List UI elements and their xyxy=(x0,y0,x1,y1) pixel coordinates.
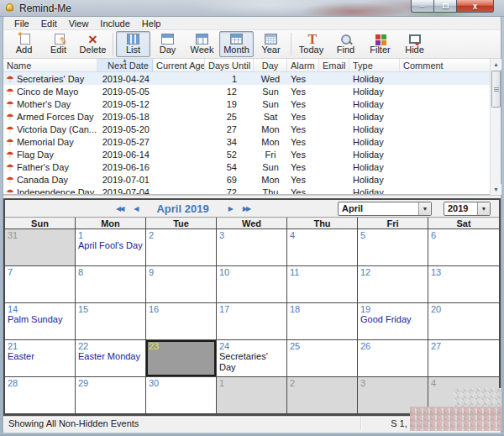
column-header-next-date[interactable]: ▲ Next Date xyxy=(97,59,153,71)
type-cell: Holiday xyxy=(349,74,400,84)
day-cell: Wed xyxy=(254,74,287,84)
calendar-day-cell[interactable]: 17 xyxy=(217,303,287,340)
calendar-day-cell[interactable]: 16 xyxy=(146,303,217,340)
calendar-day-cell[interactable]: 22Easter Monday xyxy=(76,340,146,377)
minimize-button[interactable]: – xyxy=(411,0,434,13)
today-button[interactable]: Today xyxy=(294,31,328,57)
year-button[interactable]: Year xyxy=(254,31,288,57)
scroll-up-icon[interactable]: ▲ xyxy=(491,59,501,70)
calendar-day-cell[interactable]: 18 xyxy=(287,303,358,340)
month-button[interactable]: Month xyxy=(219,31,254,57)
calendar-day-cell[interactable]: 12 xyxy=(358,266,428,303)
calendar-day-cell[interactable]: 20 xyxy=(428,303,499,340)
maximize-button[interactable] xyxy=(434,0,457,13)
list-button[interactable]: List xyxy=(116,31,150,57)
calendar-day-cell[interactable]: 7 xyxy=(5,266,76,303)
column-header-type[interactable]: Type xyxy=(349,59,400,71)
delete-icon xyxy=(87,34,100,45)
calendar-day-cell[interactable]: 25 xyxy=(287,340,358,377)
find-button[interactable]: Find xyxy=(328,31,363,57)
calendar-day-cell[interactable]: 31 xyxy=(5,229,76,266)
hide-button[interactable]: Hide xyxy=(397,31,432,57)
column-header-comment[interactable]: Comment xyxy=(400,59,501,71)
table-row[interactable]: ☂Memorial Day2019-05-2734MonYesHoliday xyxy=(3,135,501,148)
list-scrollbar[interactable]: ▲ ▼ xyxy=(490,59,501,195)
month-select[interactable]: April ▼ xyxy=(338,202,432,216)
table-row[interactable]: ☂Cinco de Mayo2019-05-0512SunYesHoliday xyxy=(3,85,501,97)
menu-edit[interactable]: Edit xyxy=(35,18,63,29)
calendar-day-cell[interactable]: 21Easter xyxy=(5,340,76,377)
next-month-icon[interactable]: ▶ xyxy=(228,205,232,213)
calendar-day-cell[interactable]: 9 xyxy=(146,266,217,303)
table-row[interactable]: ☂Victoria Day (Can...2019-05-2027MonYesH… xyxy=(3,123,501,135)
menu-help[interactable]: Help xyxy=(136,18,167,29)
day-button[interactable]: Day xyxy=(150,31,185,57)
type-cell: Holiday xyxy=(349,162,400,172)
menu-file[interactable]: File xyxy=(8,18,35,29)
week-button[interactable]: Week xyxy=(185,31,219,57)
calendar-day-cell[interactable]: 26 xyxy=(358,340,428,377)
chevron-down-icon[interactable]: ▼ xyxy=(477,202,490,215)
calendar-day-cell[interactable]: 1April Fool's Day xyxy=(76,229,146,266)
prev-year-icon[interactable]: ◀◀ xyxy=(116,205,123,213)
edit-button[interactable]: Edit xyxy=(41,31,76,57)
next-date-cell: 2019-07-04 xyxy=(97,187,153,194)
column-header-day[interactable]: Day xyxy=(254,59,287,71)
calendar-day-cell[interactable]: 28 xyxy=(5,377,76,414)
delete-button[interactable]: Delete xyxy=(76,31,110,57)
table-row[interactable]: ☂Mother's Day2019-05-1219SunYesHoliday xyxy=(3,97,501,110)
chevron-down-icon[interactable]: ▼ xyxy=(418,202,431,215)
column-header-email[interactable]: Email xyxy=(319,59,349,71)
close-button[interactable]: x xyxy=(457,0,494,13)
table-row[interactable]: ☂Secretaries' Day2019-04-241WedYesHolida… xyxy=(3,72,501,85)
calendar-day-cell[interactable]: 8 xyxy=(76,266,146,303)
event-bell-icon: ☂ xyxy=(6,125,14,134)
column-header-days-until[interactable]: Days Until xyxy=(205,59,254,71)
next-year-icon[interactable]: ▶▶ xyxy=(243,205,249,213)
calendar-day-cell[interactable]: 29 xyxy=(76,377,146,414)
table-row[interactable]: ☂Flag Day2019-06-1452FriYesHoliday xyxy=(3,149,501,161)
calendar-day-cell[interactable]: 11 xyxy=(287,266,358,303)
table-row[interactable]: ☂Independence Day2019-07-0472ThuYesHolid… xyxy=(3,186,501,194)
day-number: 16 xyxy=(146,303,216,314)
calendar-day-cell[interactable]: 27 xyxy=(428,340,499,377)
table-row[interactable]: ☂Father's Day2019-06-1654SunYesHoliday xyxy=(3,161,501,174)
table-row[interactable]: ☂Canada Day2019-07-0169MonYesHoliday xyxy=(3,174,501,186)
calendar-day-cell[interactable]: 14Palm Sunday xyxy=(5,303,76,340)
calendar-day-cell[interactable]: 13 xyxy=(428,266,499,303)
calendar-day-cell[interactable]: 6 xyxy=(428,229,499,266)
calendar-day-cell[interactable]: 15 xyxy=(76,303,146,340)
column-header-alarm[interactable]: Alarm xyxy=(287,59,319,71)
calendar-event-label: Good Friday xyxy=(358,314,428,325)
scroll-down-icon[interactable]: ▼ xyxy=(491,184,501,195)
event-name: Secretaries' Day xyxy=(17,74,84,84)
scrollbar-thumb[interactable] xyxy=(491,71,501,108)
event-name-cell: ☂Victoria Day (Can... xyxy=(3,124,97,134)
add-button[interactable]: Add xyxy=(7,31,41,57)
calendar-day-cell[interactable]: 3 xyxy=(217,229,287,266)
calendar-day-cell[interactable]: 5 xyxy=(358,229,428,266)
day-cell: Sun xyxy=(254,162,287,172)
table-row[interactable]: ☂Armed Forces Day2019-05-1825SatYesHolid… xyxy=(3,110,501,123)
calendar-day-cell[interactable]: 4 xyxy=(287,229,358,266)
title-bar[interactable]: Remind-Me – x xyxy=(0,0,504,17)
calendar-day-cell[interactable]: 23 xyxy=(146,340,217,377)
column-header-name[interactable]: Name xyxy=(3,59,97,71)
calendar-day-cell[interactable]: 30 xyxy=(146,377,217,414)
event-bell-icon: ☂ xyxy=(6,150,14,159)
year-select[interactable]: 2019 ▼ xyxy=(444,202,491,216)
alarm-cell: Yes xyxy=(287,74,319,84)
column-header-current-age[interactable]: Current Age xyxy=(153,59,205,71)
calendar-day-cell[interactable]: 24Secretaries' Day xyxy=(217,340,287,377)
prev-month-icon[interactable]: ◀ xyxy=(134,205,137,213)
toolbar-button-label: Find xyxy=(337,45,354,56)
menu-view[interactable]: View xyxy=(63,18,95,29)
menu-include[interactable]: Include xyxy=(94,18,135,29)
calendar-day-cell[interactable]: 1 xyxy=(217,377,287,414)
event-name: Father's Day xyxy=(17,162,69,172)
calendar-day-cell[interactable]: 2 xyxy=(146,229,217,266)
filter-button[interactable]: Filter xyxy=(363,31,397,57)
calendar-day-cell[interactable]: 10 xyxy=(217,266,287,303)
calendar-day-cell[interactable]: 19Good Friday xyxy=(358,303,428,340)
calendar-day-cell[interactable]: 2 xyxy=(287,377,358,414)
